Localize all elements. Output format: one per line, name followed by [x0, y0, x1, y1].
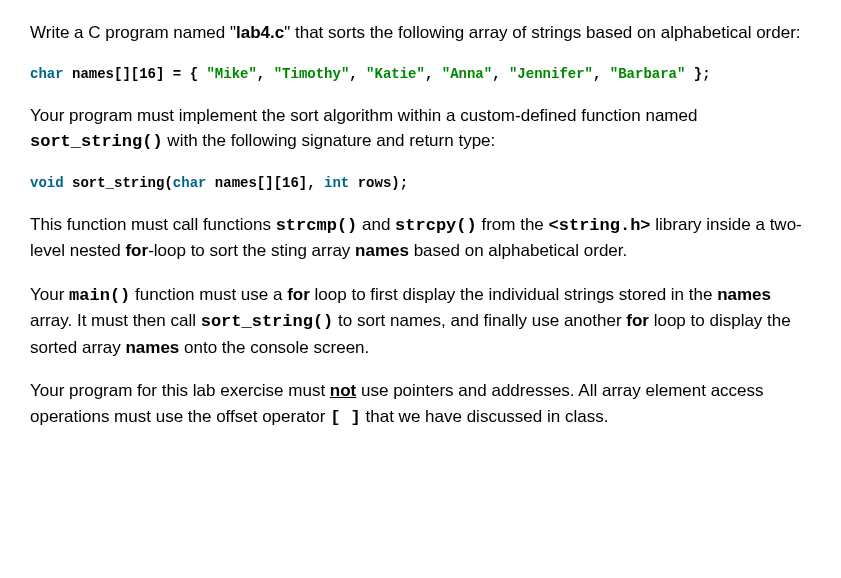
- text: Your program must implement the sort alg…: [30, 106, 697, 125]
- text: Your program for this lab exercise must: [30, 381, 330, 400]
- string-literal: "Jennifer": [509, 66, 593, 82]
- code-inline: main(): [69, 286, 130, 305]
- code-text: ,: [257, 66, 274, 82]
- bold-text: names: [717, 285, 771, 304]
- code-inline: [ ]: [330, 408, 361, 427]
- emphasis-not: not: [330, 381, 356, 400]
- code-text: ,: [425, 66, 442, 82]
- text: that we have discussed in class.: [361, 407, 609, 426]
- bold-text: for: [125, 241, 148, 260]
- text: " that sorts the following array of stri…: [284, 23, 800, 42]
- code-inline: sort_string(): [201, 312, 334, 331]
- text: onto the console screen.: [179, 338, 369, 357]
- code-function-signature: void sort_string(char names[][16], int r…: [30, 173, 811, 194]
- paragraph-main: Your main() function must use a for loop…: [30, 282, 811, 361]
- code-text: sort_string(: [64, 175, 173, 191]
- text: array. It must then call: [30, 311, 201, 330]
- paragraph-function-desc: Your program must implement the sort alg…: [30, 103, 811, 155]
- paragraph-intro: Write a C program named "lab4.c" that so…: [30, 20, 811, 46]
- bold-text: names: [125, 338, 179, 357]
- text: with the following signature and return …: [163, 131, 496, 150]
- paragraph-strcmp: This function must call functions strcmp…: [30, 212, 811, 264]
- code-text: ,: [349, 66, 366, 82]
- string-literal: "Katie": [366, 66, 425, 82]
- string-literal: "Barbara": [610, 66, 686, 82]
- text: loop to first display the individual str…: [310, 285, 717, 304]
- text: and: [357, 215, 395, 234]
- keyword-void: void: [30, 175, 64, 191]
- code-text: ,: [492, 66, 509, 82]
- code-text: ,: [593, 66, 610, 82]
- code-inline: <string.h>: [549, 216, 651, 235]
- text: This function must call functions: [30, 215, 276, 234]
- text: based on alphabetical order.: [409, 241, 627, 260]
- bold-text: for: [626, 311, 649, 330]
- string-literal: "Timothy": [274, 66, 350, 82]
- code-inline: sort_string(): [30, 132, 163, 151]
- keyword-char: char: [30, 66, 64, 82]
- text: from the: [477, 215, 549, 234]
- text: -loop to sort the sting array: [148, 241, 355, 260]
- code-array-declaration: char names[][16] = { "Mike", "Timothy", …: [30, 64, 811, 85]
- bold-text: names: [355, 241, 409, 260]
- keyword-char: char: [173, 175, 207, 191]
- text: Write a C program named ": [30, 23, 236, 42]
- text: Your: [30, 285, 69, 304]
- code-text: names[][16] = {: [64, 66, 207, 82]
- code-inline: strcpy(): [395, 216, 477, 235]
- string-literal: "Anna": [442, 66, 492, 82]
- code-inline: strcmp(): [276, 216, 358, 235]
- text: to sort names, and finally use another: [333, 311, 626, 330]
- code-text: };: [685, 66, 710, 82]
- code-text: rows);: [349, 175, 408, 191]
- filename: lab4.c: [236, 23, 284, 42]
- text: function must use a: [130, 285, 287, 304]
- code-text: names[][16],: [206, 175, 324, 191]
- paragraph-constraints: Your program for this lab exercise must …: [30, 378, 811, 430]
- keyword-int: int: [324, 175, 349, 191]
- bold-text: for: [287, 285, 310, 304]
- string-literal: "Mike": [206, 66, 256, 82]
